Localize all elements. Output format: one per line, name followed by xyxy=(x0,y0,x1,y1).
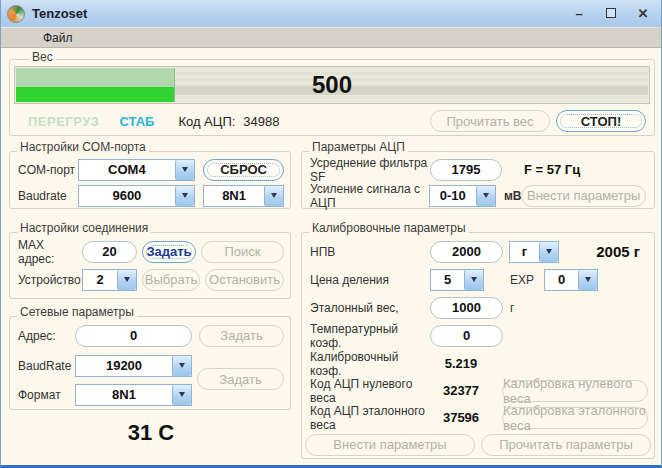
ref-weight-input[interactable]: 1000 xyxy=(430,297,503,319)
chevron-down-icon[interactable] xyxy=(476,186,495,206)
filter-label: Усреднение фильтра SF xyxy=(310,156,430,184)
calibration-group-label: Калибровочные параметры xyxy=(309,221,469,235)
select-device-button[interactable]: Выбрать xyxy=(142,269,200,291)
npv-label: НПВ xyxy=(310,245,430,259)
calib-coef-row: Калибровочный коэф. 5.219 xyxy=(310,352,648,375)
frequency-label: F = 57 Гц xyxy=(524,162,580,177)
max-addr-input[interactable]: 20 xyxy=(82,241,137,263)
calib-coef-label: Калибровочный коэф. xyxy=(310,350,430,378)
adc-apply-button[interactable]: Внести параметры xyxy=(521,185,646,207)
reset-button[interactable]: СБРОС xyxy=(203,159,284,181)
close-icon[interactable]: ✕ xyxy=(635,7,651,21)
com-port-row: COM-порт COM4 СБРОС xyxy=(18,158,284,181)
calib-coef-value: 5.219 xyxy=(430,356,492,371)
chevron-down-icon[interactable] xyxy=(539,242,558,262)
weight-status-row: ПЕРЕГРУЗ СТАБ Код АЦП: 34988 Прочитать в… xyxy=(18,110,648,132)
apply-parameters-button[interactable]: Внести параметры xyxy=(305,434,475,456)
weight-group-label: Вес xyxy=(29,50,56,64)
filter-input[interactable]: 1795 xyxy=(430,159,502,181)
adc-group: Усреднение фильтра SF 1795 F = 57 Гц Уси… xyxy=(301,151,655,209)
ref-code-label: Код АЦП эталонного веса xyxy=(310,404,430,432)
chevron-down-icon[interactable] xyxy=(464,270,483,290)
stable-indicator: СТАБ xyxy=(119,114,154,129)
calib-buttons-row: Внести параметры Прочитать параметры xyxy=(305,433,651,456)
adc-code-value: 34988 xyxy=(243,114,279,129)
window-title: Tenzoset xyxy=(32,6,87,21)
maximize-icon[interactable] xyxy=(603,7,619,21)
ref-weight-label: Эталонный вес, xyxy=(310,301,430,315)
temp-coef-row: Температурный коэф. 0 xyxy=(310,324,648,347)
gain-label: Усиление сигнала с АЦП xyxy=(310,182,429,210)
com-baud-row: Baudrate 9600 8N1 xyxy=(18,184,284,207)
chevron-down-icon[interactable] xyxy=(172,385,191,405)
division-row: Цена деления 5 EXP 0 xyxy=(310,268,648,291)
com-group: COM-порт COM4 СБРОС Baudrate 9600 8N1 xyxy=(9,151,291,209)
ref-calibration-button[interactable]: Калибровка эталонного веса xyxy=(502,407,648,429)
ref-weight-unit-label: г xyxy=(510,301,514,315)
network-group-label: Сетевые параметры xyxy=(17,305,137,319)
connection-group: MAX адрес: 20 Задать Поиск Устройство: 2… xyxy=(9,232,291,299)
search-button[interactable]: Поиск xyxy=(201,241,284,263)
exp-label: EXP xyxy=(510,273,534,287)
zero-code-value: 32377 xyxy=(430,383,492,398)
network-addr-input[interactable]: 0 xyxy=(75,325,192,347)
com-port-select[interactable]: COM4 xyxy=(78,159,195,181)
network-baudrate-label: BaudRate xyxy=(18,359,75,373)
stop-button[interactable]: СТОП! xyxy=(556,110,646,132)
chevron-down-icon[interactable] xyxy=(117,270,136,290)
chevron-down-icon[interactable] xyxy=(175,160,194,180)
npv-row: НПВ 2000 г 2005 г xyxy=(310,240,648,263)
adc-gain-row: Усиление сигнала с АЦП 0-10 мВ Внести па… xyxy=(310,184,648,207)
gain-unit-label: мВ xyxy=(504,189,522,203)
network-addr-row: Адрес: 0 Задать xyxy=(18,324,284,347)
chevron-down-icon[interactable] xyxy=(264,186,283,206)
ref-code-row: Код АЦП эталонного веса 37596 Калибровка… xyxy=(310,406,648,429)
weight-progress-bar: 500 xyxy=(14,66,650,104)
title-bar: Tenzoset – ✕ xyxy=(1,0,661,27)
adc-filter-row: Усреднение фильтра SF 1795 F = 57 Гц xyxy=(310,158,648,181)
zero-calibration-button[interactable]: Калибровка нулевого веса xyxy=(502,380,648,402)
format-select[interactable]: 8N1 xyxy=(203,185,284,207)
stop-search-button[interactable]: Остановить xyxy=(205,269,284,291)
app-logo-icon xyxy=(7,5,25,23)
network-group: Адрес: 0 Задать BaudRate 19200 Задать Фо… xyxy=(9,316,291,410)
zero-code-label: Код АЦП нулевого веса xyxy=(310,377,430,405)
division-label: Цена деления xyxy=(310,273,430,287)
minimize-icon[interactable]: – xyxy=(571,7,587,21)
temp-coef-input[interactable]: 0 xyxy=(430,325,503,347)
weight-group: 500 ПЕРЕГРУЗ СТАБ Код АЦП: 34988 Прочита… xyxy=(9,59,655,136)
com-group-label: Настройки COM-порта xyxy=(17,140,149,154)
chevron-down-icon[interactable] xyxy=(578,270,597,290)
set-network-addr-button[interactable]: Задать xyxy=(199,325,284,347)
division-select[interactable]: 5 xyxy=(430,269,484,291)
chevron-down-icon[interactable] xyxy=(175,186,194,206)
weight-value: 500 xyxy=(15,67,649,103)
com-port-label: COM-порт xyxy=(18,163,78,177)
adc-group-label: Параметры АЦП xyxy=(309,140,408,154)
npv-info-label: 2005 г xyxy=(596,243,640,260)
baudrate-select[interactable]: 9600 xyxy=(78,185,195,207)
menu-file[interactable]: Файл xyxy=(37,30,79,46)
set-max-addr-button[interactable]: Задать xyxy=(142,241,196,263)
app-window: Tenzoset – ✕ Файл Вес 500 ПЕРЕГРУЗ СТАБ … xyxy=(0,0,662,468)
network-baudrate-select[interactable]: 19200 xyxy=(75,355,192,377)
network-format-row: Формат 8N1 xyxy=(18,383,284,406)
temperature-value: 31 C xyxy=(101,420,201,446)
read-parameters-button[interactable]: Прочитать параметры xyxy=(481,434,651,456)
network-addr-label: Адрес: xyxy=(18,329,75,343)
npv-unit-select[interactable]: г xyxy=(509,241,559,263)
device-label: Устройство: xyxy=(18,273,82,287)
network-format-label: Формат xyxy=(18,388,75,402)
network-format-select[interactable]: 8N1 xyxy=(75,384,192,406)
chevron-down-icon[interactable] xyxy=(172,356,191,376)
overload-indicator: ПЕРЕГРУЗ xyxy=(28,114,99,129)
max-addr-row: MAX адрес: 20 Задать Поиск xyxy=(18,240,284,263)
gain-select[interactable]: 0-10 xyxy=(429,185,496,207)
npv-input[interactable]: 2000 xyxy=(430,241,503,263)
device-select[interactable]: 2 xyxy=(82,269,137,291)
adc-code-label: Код АЦП: xyxy=(178,114,235,129)
baudrate-label: Baudrate xyxy=(18,189,78,203)
exp-select[interactable]: 0 xyxy=(544,269,598,291)
temp-coef-label: Температурный коэф. xyxy=(310,322,430,350)
read-weight-button[interactable]: Прочитать вес xyxy=(430,110,550,132)
